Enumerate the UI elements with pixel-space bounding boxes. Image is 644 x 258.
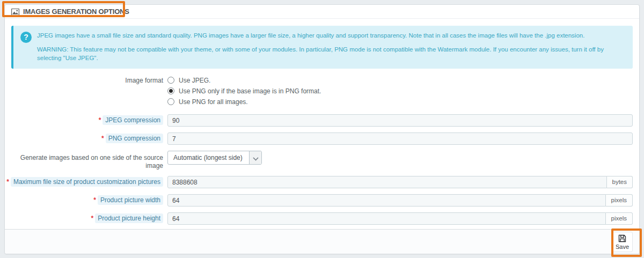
png-compression-input[interactable] <box>167 132 633 145</box>
info-alert: ? JPEG images have a small file size and… <box>11 26 633 69</box>
form-row-png-compression: *PNG compression <box>5 132 639 145</box>
image-side-label: Generate images based on one side of the… <box>5 151 163 170</box>
save-button[interactable]: Save <box>612 232 633 252</box>
jpeg-compression-label: JPEG compression <box>103 115 163 125</box>
required-asterisk: * <box>91 215 94 222</box>
jpeg-compression-input[interactable] <box>167 114 633 127</box>
panel-footer: Save <box>5 229 639 254</box>
radio-button-icon[interactable] <box>167 77 174 84</box>
pixels-unit-addon: pixels <box>606 194 633 207</box>
max-file-size-input[interactable] <box>167 176 607 188</box>
chevron-down-icon[interactable] <box>249 151 261 164</box>
info-text-line2: WARNING: This feature may not be compati… <box>37 45 625 63</box>
page-title: IMAGES GENERATION OPTIONS <box>23 8 129 16</box>
radio-label: Use PNG for all images. <box>179 98 248 106</box>
info-text-line1: JPEG images have a small file size and s… <box>37 31 625 40</box>
radio-button-icon[interactable] <box>167 87 174 94</box>
floppy-disk-icon <box>618 234 627 243</box>
picture-width-input[interactable] <box>167 194 606 207</box>
form-row-image-side: Generate images based on one side of the… <box>5 151 639 170</box>
picture-height-label: Product picture height <box>95 213 163 223</box>
panel-header: IMAGES GENERATION OPTIONS <box>5 5 639 19</box>
radio-option-use-png-all[interactable]: Use PNG for all images. <box>167 98 633 106</box>
question-icon: ? <box>20 32 32 43</box>
image-side-select[interactable]: Automatic (longest side) <box>167 151 262 165</box>
form-row-jpeg-compression: *JPEG compression <box>5 114 639 127</box>
form-row-max-file-size: *Maximum file size of product customizat… <box>5 176 639 188</box>
form-row-picture-width: *Product picture width pixels <box>5 194 639 207</box>
radio-label: Use JPEG. <box>179 77 210 84</box>
required-asterisk: * <box>93 196 96 204</box>
images-generation-options-panel: IMAGES GENERATION OPTIONS ? JPEG images … <box>4 4 640 254</box>
save-button-label: Save <box>616 244 629 250</box>
picture-icon <box>11 9 19 16</box>
selected-option: Automatic (longest side) <box>168 154 249 161</box>
required-asterisk: * <box>101 135 104 142</box>
picture-width-label: Product picture width <box>98 195 163 205</box>
bytes-unit-addon: bytes <box>607 176 633 188</box>
required-asterisk: * <box>6 178 9 186</box>
required-asterisk: * <box>99 116 101 124</box>
radio-button-icon[interactable] <box>167 98 174 105</box>
radio-option-use-png-if-base[interactable]: Use PNG only if the base image is in PNG… <box>167 87 633 95</box>
radio-option-use-jpeg[interactable]: Use JPEG. <box>167 76 633 84</box>
max-file-size-label: Maximum file size of product customizati… <box>11 177 163 187</box>
form-row-image-format: Image format Use JPEG. Use PNG only if t… <box>5 76 639 108</box>
form-row-picture-height: *Product picture height pixels <box>5 212 639 225</box>
settings-form: Image format Use JPEG. Use PNG only if t… <box>5 69 639 254</box>
image-format-label: Image format <box>5 76 163 85</box>
png-compression-label: PNG compression <box>106 134 163 143</box>
picture-height-input[interactable] <box>167 212 606 225</box>
radio-label: Use PNG only if the base image is in PNG… <box>179 87 321 95</box>
pixels-unit-addon: pixels <box>606 212 633 225</box>
